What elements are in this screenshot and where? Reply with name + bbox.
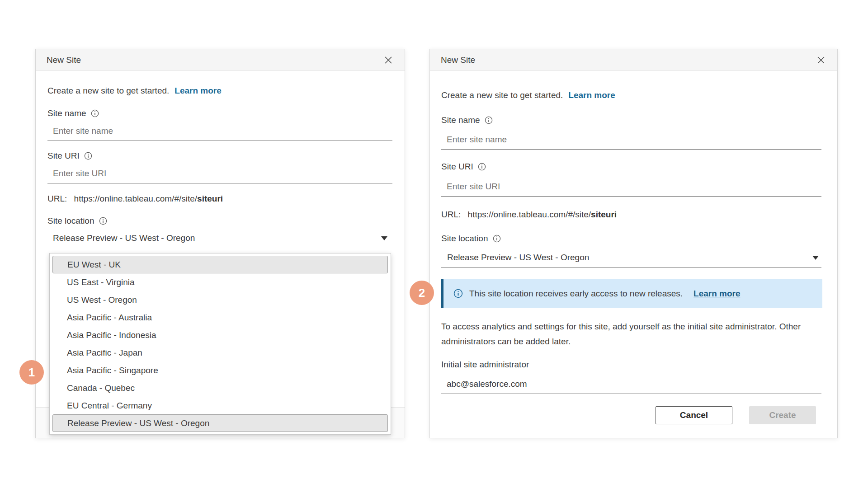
url-base: https://online.tableau.com/#/site/ bbox=[468, 210, 591, 219]
info-icon bbox=[478, 163, 486, 171]
intro-line: Create a new site to get started. Learn … bbox=[441, 89, 615, 102]
initial-admin-input[interactable] bbox=[441, 379, 821, 394]
close-icon bbox=[816, 55, 826, 65]
site-uri-label-row: Site URI bbox=[441, 162, 486, 172]
site-location-select[interactable]: Release Preview - US West - Oregon bbox=[53, 233, 387, 243]
info-icon bbox=[99, 217, 107, 225]
release-preview-banner: This site location receives early access… bbox=[441, 279, 822, 308]
site-name-label-row: Site name bbox=[441, 115, 493, 125]
dropdown-option[interactable]: Canada - Quebec bbox=[50, 379, 391, 397]
new-site-dialog-right: New Site Create a new site to get starte… bbox=[429, 49, 838, 438]
site-location-value: Release Preview - US West - Oregon bbox=[447, 253, 589, 263]
new-site-dialog-left: New Site Create a new site to get starte… bbox=[35, 49, 405, 438]
site-name-input[interactable] bbox=[441, 135, 821, 150]
url-siteuri: siteuri bbox=[591, 210, 617, 219]
learn-more-link[interactable]: Learn more bbox=[568, 90, 615, 100]
dropdown-option[interactable]: EU West - UK bbox=[52, 256, 388, 273]
site-location-select[interactable]: Release Preview - US West - Oregon bbox=[447, 253, 819, 263]
site-location-label: Site location bbox=[47, 216, 94, 226]
url-siteuri: siteuri bbox=[197, 194, 223, 203]
close-button[interactable] bbox=[383, 55, 394, 66]
site-name-label: Site name bbox=[441, 115, 480, 125]
chevron-down-icon bbox=[381, 236, 387, 240]
chevron-down-icon bbox=[812, 256, 819, 260]
site-name-label: Site name bbox=[47, 108, 86, 118]
info-icon bbox=[493, 235, 501, 243]
site-location-dropdown: EU West - UK US East - Virginia US West … bbox=[49, 253, 391, 435]
site-url-preview: URL: https://online.tableau.com/#/site/s… bbox=[441, 210, 617, 220]
site-location-label-row: Site location bbox=[47, 216, 107, 226]
create-button[interactable]: Create bbox=[749, 406, 816, 424]
banner-learn-more-link[interactable]: Learn more bbox=[693, 289, 740, 299]
close-button[interactable] bbox=[816, 55, 826, 66]
site-url-preview: URL: https://online.tableau.com/#/site/s… bbox=[47, 194, 223, 204]
dropdown-option-selected[interactable]: Release Preview - US West - Oregon bbox=[52, 414, 388, 432]
intro-text: Create a new site to get started. bbox=[47, 86, 169, 96]
url-prefix: URL: bbox=[47, 194, 67, 203]
initial-admin-label-text: Initial site administrator bbox=[441, 360, 529, 370]
learn-more-link[interactable]: Learn more bbox=[175, 86, 221, 96]
dropdown-option[interactable]: US East - Virginia bbox=[50, 273, 391, 291]
site-location-label-row: Site location bbox=[441, 234, 501, 244]
info-icon bbox=[485, 116, 493, 124]
banner-text: This site location receives early access… bbox=[469, 289, 683, 299]
info-icon bbox=[84, 152, 92, 160]
dropdown-option[interactable]: US West - Oregon bbox=[50, 291, 391, 309]
admin-paragraph: To access analytics and settings for thi… bbox=[441, 319, 816, 349]
close-icon bbox=[383, 55, 393, 65]
cancel-button[interactable]: Cancel bbox=[656, 406, 732, 424]
dialog-header: New Site bbox=[36, 49, 405, 71]
step-badge-1: 1 bbox=[19, 360, 44, 385]
dropdown-option[interactable]: Asia Pacific - Australia bbox=[50, 309, 391, 326]
site-location-label: Site location bbox=[441, 234, 488, 244]
intro-line: Create a new site to get started. Learn … bbox=[47, 84, 222, 97]
dropdown-option[interactable]: EU Central - Germany bbox=[50, 397, 391, 414]
url-prefix: URL: bbox=[441, 210, 461, 219]
site-uri-label-row: Site URI bbox=[47, 151, 92, 161]
dropdown-option[interactable]: Asia Pacific - Indonesia bbox=[50, 326, 391, 344]
site-name-input[interactable] bbox=[47, 126, 392, 141]
site-name-label-row: Site name bbox=[47, 108, 99, 118]
site-uri-input[interactable] bbox=[47, 169, 392, 183]
dropdown-option[interactable]: Asia Pacific - Japan bbox=[50, 344, 391, 361]
site-uri-label: Site URI bbox=[47, 151, 80, 161]
site-location-value: Release Preview - US West - Oregon bbox=[53, 233, 195, 243]
site-uri-input[interactable] bbox=[441, 182, 821, 197]
initial-admin-label: Initial site administrator bbox=[441, 360, 529, 370]
dialog-header: New Site bbox=[430, 49, 837, 71]
site-uri-label: Site URI bbox=[441, 162, 473, 172]
step-badge-2: 2 bbox=[410, 281, 434, 305]
dropdown-option[interactable]: Asia Pacific - Singapore bbox=[50, 361, 391, 379]
dialog-title: New Site bbox=[441, 55, 475, 65]
select-underline bbox=[441, 267, 821, 267]
info-icon bbox=[91, 109, 99, 117]
info-icon bbox=[453, 289, 463, 298]
page: New Site Create a new site to get starte… bbox=[0, 0, 868, 488]
dialog-title: New Site bbox=[47, 55, 81, 65]
url-base: https://online.tableau.com/#/site/ bbox=[74, 194, 198, 203]
intro-text: Create a new site to get started. bbox=[441, 90, 563, 100]
